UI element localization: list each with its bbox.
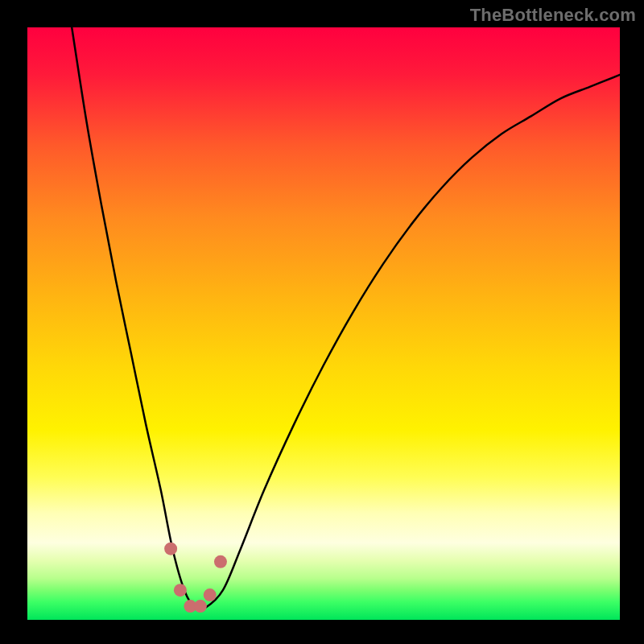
bottleneck-curve — [72, 27, 620, 610]
curve-marker — [164, 543, 177, 555]
curve-marker — [204, 588, 217, 601]
plot-area — [27, 27, 620, 620]
watermark-text: TheBottleneck.com — [470, 5, 636, 26]
curve-marker — [194, 600, 207, 613]
curve-marker — [214, 555, 227, 568]
chart-frame: TheBottleneck.com — [0, 0, 644, 644]
curve-marker — [174, 584, 187, 597]
curve-svg — [27, 27, 620, 620]
curve-markers — [164, 543, 227, 613]
